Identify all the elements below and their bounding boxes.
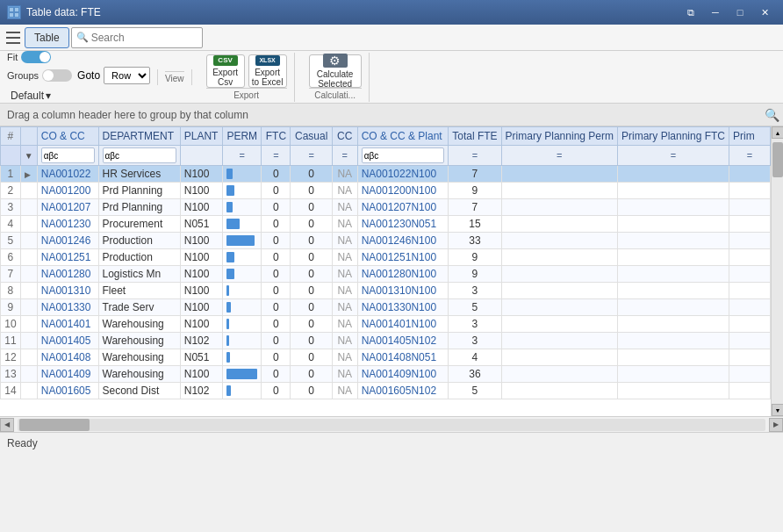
export-csv-button[interactable]: CSV ExportCsv — [206, 54, 245, 88]
cell-primary-ftc — [617, 283, 729, 299]
export-section: CSV ExportCsv XLSX Exportto Excel Export — [199, 53, 295, 102]
fit-toggle[interactable] — [21, 51, 51, 63]
cell-num: 5 — [1, 233, 21, 249]
export-excel-label: Exportto Excel — [252, 68, 284, 87]
cell-perm — [223, 249, 262, 266]
export-excel-button[interactable]: XLSX Exportto Excel — [248, 54, 287, 88]
cell-total-fte: 3 — [449, 316, 501, 333]
col-header-total-fte[interactable]: Total FTE — [449, 127, 501, 146]
svg-rect-3 — [10, 13, 13, 17]
col-header-ftc[interactable]: FTC — [262, 127, 291, 146]
hscroll-track[interactable] — [18, 419, 765, 431]
table-row[interactable]: 14 NA001605 Second Dist N102 0 0 NA NA00… — [1, 383, 771, 399]
cell-plant: N100 — [180, 283, 222, 299]
cell-co-cc-plant: NA001408N051 — [357, 349, 449, 366]
table-row[interactable]: 1 ▶ NA001022 HR Services N100 0 0 NA NA0… — [1, 166, 771, 183]
filter-prim-perm: = — [501, 146, 617, 166]
search-right-icon[interactable]: 🔍 — [765, 108, 779, 122]
cell-total-fte: 9 — [449, 266, 501, 283]
filter-cocc-plant[interactable] — [357, 146, 449, 166]
cell-primary-ftc — [617, 316, 729, 333]
menu-hamburger-icon[interactable] — [4, 28, 23, 47]
data-table: # CO & CC DEPARTMENT PLANT PERM FTC Casu… — [0, 126, 771, 399]
table-row[interactable]: 10 NA001401 Warehousing N100 0 0 NA NA00… — [1, 316, 771, 333]
table-row[interactable]: 11 NA001405 Warehousing N102 0 0 NA NA00… — [1, 333, 771, 349]
svg-rect-7 — [6, 42, 20, 44]
cell-primary-ftc — [617, 266, 729, 283]
cell-plant: N051 — [180, 349, 222, 366]
cell-dept: Production — [98, 233, 180, 249]
table-row[interactable]: 12 NA001408 Warehousing N051 0 0 NA NA00… — [1, 349, 771, 366]
svg-rect-6 — [6, 37, 20, 39]
cell-primary-ftc — [617, 366, 729, 383]
main-window: Table data: FTE ⧉ ─ □ ✕ Table 🔍 Fit — [0, 0, 783, 532]
cell-casual: 0 — [291, 299, 332, 316]
cell-primary-perm — [501, 266, 617, 283]
export-csv-label: ExportCsv — [212, 68, 238, 87]
col-header-primary-perm[interactable]: Primary Planning Perm — [501, 127, 617, 146]
cell-arrow — [20, 199, 37, 216]
cell-casual: 0 — [291, 166, 332, 183]
scroll-right-button[interactable]: ▶ — [769, 418, 783, 432]
minimize-button[interactable]: ─ — [704, 4, 727, 20]
scroll-up-button[interactable]: ▲ — [772, 126, 783, 139]
cell-plant: N100 — [180, 249, 222, 266]
col-header-plant[interactable]: PLANT — [180, 127, 222, 146]
scroll-left-button[interactable]: ◀ — [0, 418, 14, 432]
table-menu-button[interactable]: Table — [25, 27, 69, 48]
calculate-button[interactable]: ⚙ CalculateSelected — [309, 54, 362, 88]
cell-cc: NA — [332, 333, 357, 349]
svg-rect-2 — [15, 8, 18, 11]
table-row[interactable]: 3 NA001207 Prd Planning N100 0 0 NA NA00… — [1, 199, 771, 216]
groups-toggle[interactable] — [42, 69, 72, 82]
scroll-thumb[interactable] — [772, 142, 783, 177]
filter-dept-input[interactable] — [103, 147, 176, 163]
table-row[interactable]: 7 NA001280 Logistics Mn N100 0 0 NA NA00… — [1, 266, 771, 283]
cell-primary-perm — [501, 366, 617, 383]
horizontal-scrollbar[interactable]: ◀ ▶ — [0, 416, 783, 432]
cell-co-cc: NA001246 — [37, 233, 98, 249]
vertical-scrollbar[interactable]: ▲ ▼ — [771, 126, 783, 416]
default-button[interactable]: Default ▾ — [7, 88, 54, 104]
cell-co-cc-plant: NA001605N102 — [357, 383, 449, 399]
cell-total-fte: 4 — [449, 349, 501, 366]
maximize-button[interactable]: □ — [729, 4, 751, 20]
restore-button[interactable]: ⧉ — [679, 4, 702, 20]
filter-dept[interactable] — [98, 146, 180, 166]
search-input[interactable] — [71, 27, 203, 48]
col-header-perm[interactable]: PERM — [223, 127, 262, 146]
scroll-track[interactable] — [772, 139, 783, 404]
table-row[interactable]: 2 NA001200 Prd Planning N100 0 0 NA NA00… — [1, 183, 771, 199]
cell-co-cc: NA001330 — [37, 299, 98, 316]
cell-prim2 — [729, 266, 771, 283]
filter-co-cc[interactable] — [37, 146, 98, 166]
cell-dept: Prd Planning — [98, 183, 180, 199]
filter-co-cc-input[interactable] — [41, 147, 95, 163]
table-row[interactable]: 13 NA001409 Warehousing N100 0 0 NA NA00… — [1, 366, 771, 383]
col-header-co-cc-plant[interactable]: CO & CC & Plant — [357, 127, 449, 146]
table-row[interactable]: 8 NA001310 Fleet N100 0 0 NA NA001310N10… — [1, 283, 771, 299]
cell-primary-ftc — [617, 166, 729, 183]
table-row[interactable]: 6 NA001251 Production N100 0 0 NA NA0012… — [1, 249, 771, 266]
col-header-primary-ftc[interactable]: Primary Planning FTC — [617, 127, 729, 146]
col-header-co-cc[interactable]: CO & CC — [37, 127, 98, 146]
col-header-casual[interactable]: Casual — [291, 127, 332, 146]
close-button[interactable]: ✕ — [753, 4, 776, 20]
hscroll-thumb[interactable] — [19, 419, 90, 431]
col-header-cc[interactable]: CC — [332, 127, 357, 146]
table-row[interactable]: 9 NA001330 Trade Serv N100 0 0 NA NA0013… — [1, 299, 771, 316]
scroll-down-button[interactable]: ▼ — [772, 404, 783, 416]
cell-co-cc: NA001605 — [37, 383, 98, 399]
table-row[interactable]: 5 NA001246 Production N100 0 0 NA NA0012… — [1, 233, 771, 249]
cell-cc: NA — [332, 249, 357, 266]
cell-ftc: 0 — [262, 266, 291, 283]
svg-rect-4 — [15, 13, 18, 17]
goto-select[interactable]: Row — [104, 67, 150, 84]
group-area-text: Drag a column header here to group by th… — [7, 109, 248, 121]
filter-cocc-plant-input[interactable] — [362, 147, 445, 163]
col-header-department[interactable]: DEPARTMENT — [98, 127, 180, 146]
cell-primary-perm — [501, 349, 617, 366]
col-header-prim2[interactable]: Prim — [729, 127, 771, 146]
table-row[interactable]: 4 NA001230 Procurement N051 0 0 NA NA001… — [1, 216, 771, 233]
cell-plant: N051 — [180, 216, 222, 233]
